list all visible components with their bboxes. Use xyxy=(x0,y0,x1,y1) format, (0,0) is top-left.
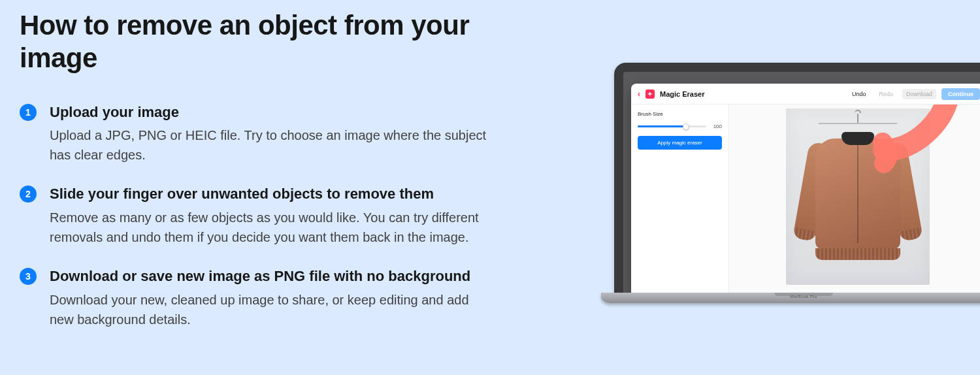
step-3: 3 Download or save new image as PNG file… xyxy=(20,267,490,329)
redo-button[interactable]: Redo xyxy=(875,89,897,99)
step-title: Slide your finger over unwanted objects … xyxy=(50,184,490,204)
step-description: Download your new, cleaned up image to s… xyxy=(50,290,490,329)
jacket-subject xyxy=(802,127,913,264)
app-window: ‹ ✦ Magic Eraser Undo Redo Download Cont… xyxy=(631,84,980,293)
undo-button[interactable]: Undo xyxy=(848,89,870,99)
step-number-badge: 3 xyxy=(20,268,37,285)
back-icon[interactable]: ‹ xyxy=(638,90,640,99)
slider-track[interactable] xyxy=(638,125,706,127)
laptop-base: MacBook Pro xyxy=(601,293,980,303)
step-description: Remove as many or as few objects as you … xyxy=(50,208,490,247)
laptop-mockup: No layer ‹ ✦ Magic Eraser Undo Redo Down… xyxy=(614,63,980,303)
apply-eraser-button[interactable]: Apply magic eraser xyxy=(638,136,722,150)
instructions-panel: How to remove an object from your image … xyxy=(20,9,490,349)
step-title: Upload your image xyxy=(50,103,490,122)
step-description: Upload a JPG, PNG or HEIC file. Try to c… xyxy=(50,125,490,165)
laptop-brand-label: MacBook Pro xyxy=(601,295,980,299)
laptop-screen: No layer ‹ ✦ Magic Eraser Undo Redo Down… xyxy=(623,72,980,293)
brush-size-value: 100 xyxy=(710,123,722,129)
app-header: ‹ ✦ Magic Eraser Undo Redo Download Cont… xyxy=(631,84,980,105)
step-title: Download or save new image as PNG file w… xyxy=(50,267,490,286)
side-panel: Brush Size 100 Apply magic eraser xyxy=(631,105,729,293)
step-number-badge: 2 xyxy=(20,186,37,203)
app-body: Brush Size 100 Apply magic eraser xyxy=(631,105,980,293)
slider-thumb[interactable] xyxy=(683,123,689,130)
page-heading: How to remove an object from your image xyxy=(20,9,490,75)
edited-image[interactable] xyxy=(786,108,930,285)
step-number-badge: 1 xyxy=(20,104,37,121)
continue-button[interactable]: Continue xyxy=(941,88,980,100)
app-title: Magic Eraser xyxy=(660,90,704,98)
laptop-bezel: No layer ‹ ✦ Magic Eraser Undo Redo Down… xyxy=(614,63,980,293)
step-2: 2 Slide your finger over unwanted object… xyxy=(20,184,490,247)
step-1: 1 Upload your image Upload a JPG, PNG or… xyxy=(20,103,490,165)
brush-size-slider[interactable]: 100 xyxy=(638,123,722,129)
download-button[interactable]: Download xyxy=(902,89,936,99)
canvas-area[interactable] xyxy=(729,105,980,293)
brush-size-label: Brush Size xyxy=(638,111,722,117)
app-logo-icon: ✦ xyxy=(645,90,655,99)
